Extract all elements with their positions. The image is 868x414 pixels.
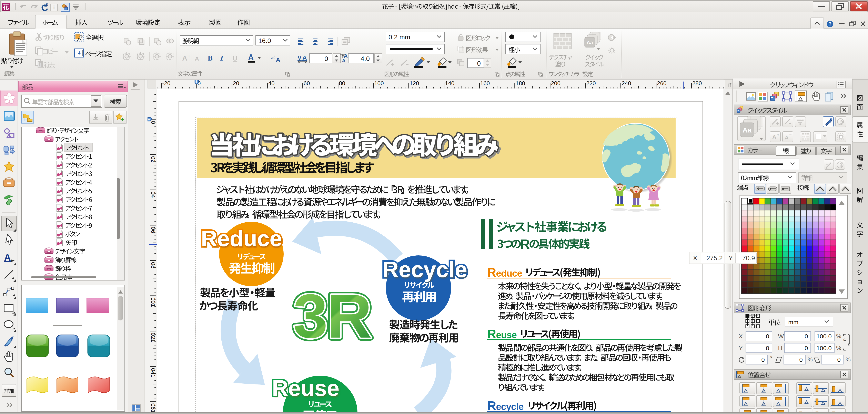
svg-text:280: 280 xyxy=(692,80,702,87)
svg-text:220: 220 xyxy=(586,80,596,87)
svg-text:06: 06 xyxy=(150,227,156,233)
svg-text:08: 08 xyxy=(150,262,156,269)
svg-text:041: 041 xyxy=(150,368,156,378)
svg-text:200: 200 xyxy=(551,80,560,87)
svg-text:100: 100 xyxy=(374,80,384,87)
svg-text:80: 80 xyxy=(339,80,345,87)
svg-text:a: a xyxy=(842,338,848,341)
svg-text:A: A xyxy=(342,58,345,63)
svg-text:0: 0 xyxy=(150,121,156,124)
svg-text:?: ? xyxy=(829,21,832,27)
svg-text:3R: 3R xyxy=(293,281,371,349)
svg-text:02: 02 xyxy=(150,156,156,163)
svg-text:04: 04 xyxy=(150,192,156,198)
svg-text:240: 240 xyxy=(621,80,631,87)
svg-text:120: 120 xyxy=(409,80,419,87)
svg-text:160: 160 xyxy=(480,80,490,87)
svg-text:021: 021 xyxy=(150,333,156,342)
svg-text:Aa: Aa xyxy=(587,40,593,45)
svg-text:Aa: Aa xyxy=(743,126,752,134)
svg-text:R: R xyxy=(46,3,49,7)
svg-text:140: 140 xyxy=(445,80,455,87)
svg-text:-20: -20 xyxy=(162,80,170,87)
svg-text:180: 180 xyxy=(516,80,525,87)
svg-text:001: 001 xyxy=(150,298,156,307)
svg-text:061: 061 xyxy=(150,404,156,413)
svg-text:20: 20 xyxy=(233,80,239,87)
svg-text:260: 260 xyxy=(657,80,666,87)
svg-text:60: 60 xyxy=(304,80,310,87)
svg-text:40: 40 xyxy=(268,80,274,87)
